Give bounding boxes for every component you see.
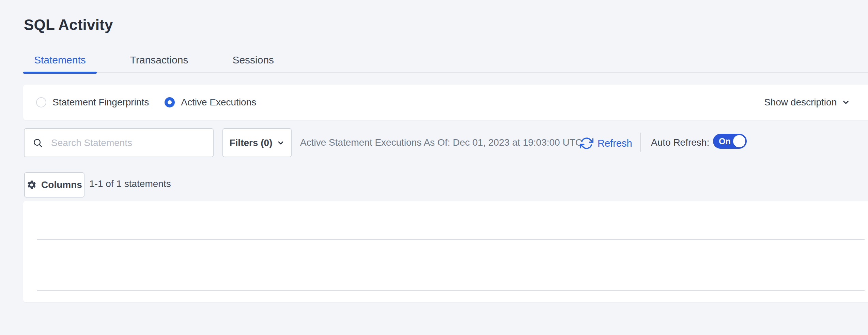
vertical-divider — [640, 133, 641, 152]
refresh-label: Refresh — [598, 138, 632, 149]
tab-statements[interactable]: Statements — [23, 48, 97, 72]
show-description-button[interactable]: Show description — [764, 97, 850, 108]
show-description-label: Show description — [764, 97, 837, 108]
header-divider — [37, 239, 865, 240]
as-of-text: Active Statement Executions As Of: Dec 0… — [300, 137, 582, 148]
radio-active-executions[interactable] — [165, 97, 175, 107]
tab-sessions[interactable]: Sessions — [221, 48, 285, 72]
filters-button[interactable]: Filters (0) — [222, 128, 292, 157]
view-mode-card: Statement Fingerprints Active Executions — [23, 85, 868, 120]
statements-table: Statement Execution ID Statement Executi… — [23, 201, 868, 302]
search-input[interactable] — [50, 137, 206, 149]
radio-active-executions-label[interactable]: Active Executions — [181, 97, 256, 108]
result-count: 1-1 of 1 statements — [89, 178, 171, 189]
tab-sessions-label: Sessions — [232, 54, 274, 66]
columns-button[interactable]: Columns — [24, 172, 84, 198]
tab-bar: Statements Transactions Sessions — [23, 48, 868, 73]
radio-statement-fingerprints[interactable] — [36, 97, 46, 107]
search-icon — [33, 138, 43, 148]
view-mode-radio-group: Statement Fingerprints Active Executions — [23, 85, 868, 120]
tab-statements-label: Statements — [34, 54, 86, 66]
columns-button-label: Columns — [41, 179, 82, 190]
refresh-icon — [580, 136, 593, 150]
chevron-down-icon — [277, 139, 285, 147]
search-box — [24, 128, 214, 157]
radio-statement-fingerprints-label[interactable]: Statement Fingerprints — [52, 97, 149, 108]
page-title: SQL Activity — [24, 16, 113, 33]
sql-activity-page: SQL Activity Statements Transactions Ses… — [0, 0, 868, 335]
toggle-knob — [733, 135, 745, 147]
chevron-down-icon — [841, 98, 850, 107]
row-divider — [37, 290, 865, 291]
gear-icon — [27, 180, 37, 190]
refresh-button[interactable]: Refresh — [580, 130, 632, 157]
auto-refresh-toggle[interactable]: On — [713, 134, 747, 149]
tab-transactions[interactable]: Transactions — [119, 48, 199, 72]
filters-button-label: Filters (0) — [229, 137, 272, 148]
auto-refresh-label: Auto Refresh: — [651, 137, 709, 148]
toggle-state-label: On — [719, 136, 731, 146]
tab-transactions-label: Transactions — [130, 54, 188, 66]
